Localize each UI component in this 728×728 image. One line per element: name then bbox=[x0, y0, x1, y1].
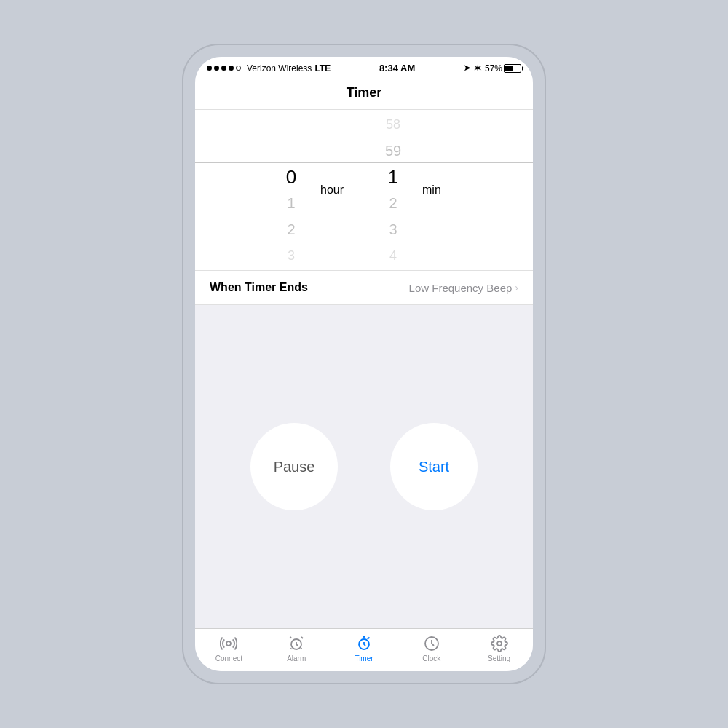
picker-label-min: min bbox=[422, 183, 466, 197]
picker-item-min-below2: 3 bbox=[364, 216, 422, 242]
picker-item-min-below1: 2 bbox=[364, 190, 422, 216]
picker-line-bottom bbox=[195, 215, 533, 215]
battery-percent: 57% bbox=[485, 63, 502, 74]
carrier-text: Verizon Wireless bbox=[247, 63, 312, 74]
picker-item-hour-above2 bbox=[262, 111, 320, 138]
picker-item-hour-above1 bbox=[262, 138, 320, 164]
phone-frame: Verizon Wireless LTE 8:34 AM ➤ ✶ 57% Tim… bbox=[182, 44, 546, 684]
tab-item-clock[interactable]: Clock bbox=[410, 635, 454, 662]
picker-label-hour: hour bbox=[320, 183, 364, 197]
signal-dot-2 bbox=[214, 66, 219, 71]
picker-column-min[interactable]: 58 59 1 2 3 4 bbox=[364, 111, 422, 269]
picker-item-min-selected: 1 bbox=[364, 164, 422, 190]
alarm-icon bbox=[288, 635, 305, 652]
connect-icon bbox=[220, 635, 237, 652]
lte-badge: LTE bbox=[314, 63, 331, 74]
tab-label-alarm: Alarm bbox=[287, 654, 306, 662]
signal-dot-4 bbox=[229, 66, 234, 71]
status-right: ➤ ✶ 57% bbox=[464, 63, 521, 74]
picker-item-min-above2: 58 bbox=[364, 111, 422, 138]
signal-dot-1 bbox=[207, 66, 212, 71]
timer-ends-row[interactable]: When Timer Ends Low Frequency Beep › bbox=[195, 270, 533, 305]
svg-point-4 bbox=[497, 641, 502, 646]
timer-ends-label: When Timer Ends bbox=[210, 281, 308, 294]
picker-item-hour-selected: 0 bbox=[262, 164, 320, 190]
setting-icon bbox=[491, 635, 508, 652]
picker-item-hour-below3: 3 bbox=[262, 242, 320, 269]
battery-fill bbox=[505, 66, 513, 71]
picker-column-hour[interactable]: 0 1 2 3 bbox=[262, 111, 320, 269]
status-left: Verizon Wireless LTE bbox=[207, 63, 331, 74]
signal-dot-5 bbox=[236, 66, 241, 71]
picker-item-hour-below2: 2 bbox=[262, 216, 320, 242]
tab-item-alarm[interactable]: Alarm bbox=[274, 635, 318, 662]
buttons-area: Pause Start bbox=[195, 423, 533, 510]
tab-item-setting[interactable]: Setting bbox=[478, 635, 521, 662]
picker-item-min-above1: 59 bbox=[364, 138, 422, 164]
picker-item-hour-below1: 1 bbox=[262, 190, 320, 216]
tab-label-clock: Clock bbox=[422, 654, 440, 662]
tab-item-connect[interactable]: Connect bbox=[207, 635, 250, 662]
bluetooth-icon: ✶ bbox=[474, 63, 481, 74]
signal-dot-3 bbox=[221, 66, 226, 71]
phone-screen: Verizon Wireless LTE 8:34 AM ➤ ✶ 57% Tim… bbox=[195, 57, 533, 671]
battery-container: 57% bbox=[485, 63, 521, 74]
tab-bar: Connect Alarm bbox=[195, 628, 533, 671]
page-title: Timer bbox=[347, 85, 382, 100]
status-bar: Verizon Wireless LTE 8:34 AM ➤ ✶ 57% bbox=[195, 57, 533, 76]
signal-dots bbox=[207, 66, 241, 71]
chevron-right-icon: › bbox=[515, 282, 518, 293]
picker-group: 0 1 2 3 hour 58 59 1 2 3 4 bbox=[262, 111, 466, 269]
tab-label-connect: Connect bbox=[215, 654, 242, 662]
timer-ends-value[interactable]: Low Frequency Beep › bbox=[409, 282, 518, 294]
picker-inner: 0 1 2 3 hour 58 59 1 2 3 4 bbox=[195, 110, 533, 270]
clock-icon bbox=[423, 635, 440, 652]
tab-label-timer: Timer bbox=[355, 654, 373, 662]
start-button[interactable]: Start bbox=[390, 423, 478, 510]
location-icon: ➤ bbox=[464, 63, 470, 73]
pause-button[interactable]: Pause bbox=[250, 423, 338, 510]
nav-header: Timer bbox=[195, 76, 533, 110]
battery-icon bbox=[504, 64, 521, 73]
picker-item-min-below3: 4 bbox=[364, 242, 422, 269]
timer-ends-sound: Low Frequency Beep bbox=[409, 282, 513, 294]
timer-icon bbox=[355, 635, 373, 652]
status-time: 8:34 AM bbox=[379, 63, 415, 74]
tab-label-setting: Setting bbox=[488, 654, 510, 662]
picker-area[interactable]: 0 1 2 3 hour 58 59 1 2 3 4 bbox=[195, 110, 533, 270]
svg-point-0 bbox=[226, 641, 231, 646]
picker-line-top bbox=[195, 162, 533, 163]
main-content: Pause Start bbox=[195, 305, 533, 628]
tab-item-timer[interactable]: Timer bbox=[342, 635, 386, 662]
